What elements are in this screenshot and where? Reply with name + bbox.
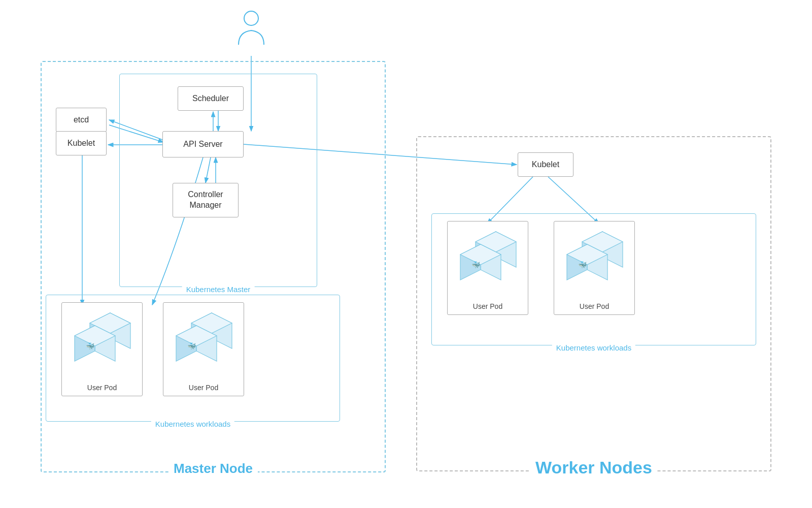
svg-text:🐳: 🐳 <box>86 342 95 351</box>
api-server-box: API Server <box>162 131 244 157</box>
etcd-label: etcd <box>74 115 89 125</box>
k8s-workloads-worker-box: Kubernetes workloads 🐳 User Pod <box>431 213 756 345</box>
etcd-box: etcd <box>56 108 107 132</box>
user-pod-1-master: 🐳 User Pod <box>61 302 143 396</box>
user-pod-2-master: 🐳 User Pod <box>163 302 244 396</box>
k8s-master-label: Kubernetes Master <box>182 285 255 294</box>
user-pod-1-worker: 🐳 User Pod <box>447 221 528 315</box>
controller-manager-label: ControllerManager <box>188 189 223 211</box>
user-pod-2-master-label: User Pod <box>189 384 218 392</box>
user-icon <box>233 9 269 52</box>
k8s-workloads-worker-label: Kubernetes workloads <box>552 343 635 352</box>
k8s-workloads-master-label: Kubernetes workloads <box>151 420 234 428</box>
api-server-label: API Server <box>183 139 222 150</box>
scheduler-label: Scheduler <box>192 93 229 104</box>
svg-text:🐳: 🐳 <box>471 261 481 269</box>
user-pod-1-master-label: User Pod <box>87 384 117 392</box>
k8s-workloads-master-box: Kubernetes workloads 🐳 <box>46 295 340 422</box>
diagram-container: Master Node Kubernetes Master etcd Sched… <box>0 0 812 508</box>
user-pod-2-worker-label: User Pod <box>580 302 609 310</box>
kubelet-master-label: Kubelet <box>67 138 95 149</box>
master-node-label: Master Node <box>168 461 258 477</box>
svg-point-14 <box>244 11 258 25</box>
kubelet-master-box: Kubelet <box>56 131 107 155</box>
controller-manager-box: ControllerManager <box>173 183 239 217</box>
kubelet-worker-label: Kubelet <box>532 160 559 170</box>
user-pod-2-worker: 🐳 User Pod <box>554 221 635 315</box>
worker-nodes-label: Worker Nodes <box>530 458 657 478</box>
svg-text:🐳: 🐳 <box>187 342 196 351</box>
user-pod-1-worker-label: User Pod <box>473 302 502 310</box>
svg-text:🐳: 🐳 <box>578 261 587 269</box>
scheduler-box: Scheduler <box>178 86 244 111</box>
kubelet-worker-box: Kubelet <box>518 152 573 177</box>
